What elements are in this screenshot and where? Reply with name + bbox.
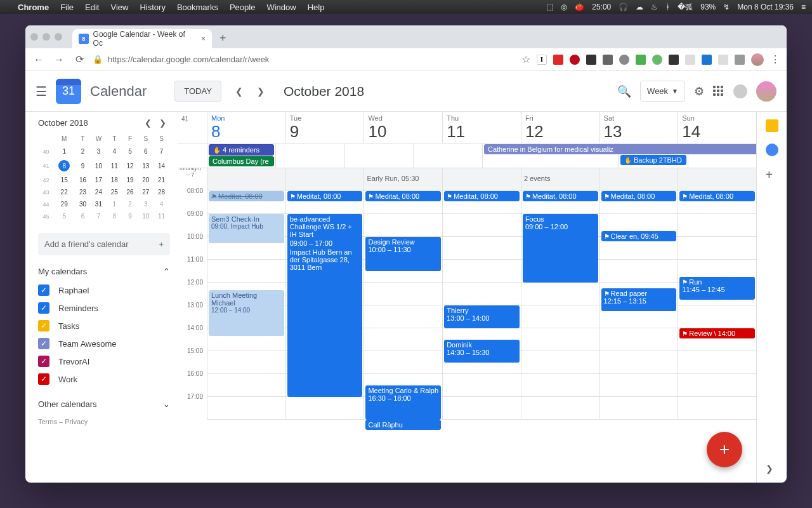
event-clear[interactable]: ⚑Clear en, 09:45 xyxy=(601,231,677,241)
calendar-item[interactable]: ✓ TrevorAI xyxy=(38,352,170,370)
calendar-checkbox[interactable]: ✓ xyxy=(38,302,49,314)
battery[interactable]: 93% xyxy=(700,3,716,11)
close-tab-icon[interactable]: × xyxy=(201,34,206,43)
backup-event[interactable]: ✋Backup 2TBHD xyxy=(620,155,686,165)
calendar-checkbox[interactable]: ✓ xyxy=(38,338,49,349)
event-wed-meditation[interactable]: ⚑Meditat, 08:00 xyxy=(365,191,441,201)
headphones-icon[interactable]: 🎧 xyxy=(619,3,628,11)
event-sat-meditation[interactable]: ⚑Meditat, 08:00 xyxy=(601,191,677,201)
allday-fri[interactable]: Catherine in Belgium for medical visuali… xyxy=(482,144,619,168)
calendar-checkbox[interactable]: ✓ xyxy=(38,284,49,296)
timer[interactable]: 25:00 xyxy=(592,3,611,11)
hamburger-icon[interactable]: ☰ xyxy=(36,84,47,99)
day-col-mon[interactable]: ⚑Meditat, 08:00 Sem3 Check-In09:00, Impa… xyxy=(207,168,285,420)
other-calendars-header[interactable]: Other calendars ⌄ xyxy=(38,399,170,409)
event-design-review[interactable]: Design Review10:00 – 11:30 xyxy=(365,237,441,271)
calendar-checkbox[interactable]: ✓ xyxy=(38,373,49,385)
addons-plus-icon[interactable]: + xyxy=(766,168,778,180)
menu-people[interactable]: People xyxy=(230,3,255,12)
view-selector[interactable]: Week ▼ xyxy=(640,81,685,102)
day-col-sun[interactable]: ⚑Meditat, 08:00 ⚑Run11:45 – 12:45 ⚑Revie… xyxy=(678,168,756,420)
clock[interactable]: Mon 8 Oct 19:36 xyxy=(737,3,794,11)
reminders-chip[interactable]: ✋4 reminders xyxy=(209,144,274,156)
flipboard-icon[interactable] xyxy=(553,55,563,65)
minical-next[interactable]: ❯ xyxy=(155,118,170,128)
forward-button[interactable]: → xyxy=(52,53,66,67)
keep-icon[interactable] xyxy=(766,119,778,132)
back-button[interactable]: ← xyxy=(32,53,46,67)
calendar-item[interactable]: ✓ Tasks xyxy=(38,317,170,335)
sync-icon[interactable] xyxy=(619,55,629,65)
footer-links[interactable]: Terms – Privacy xyxy=(38,418,170,425)
menu-help[interactable]: Help xyxy=(308,3,325,12)
url-field[interactable]: 🔒 https://calendar.google.com/calendar/r… xyxy=(93,55,515,64)
settings-gear-icon[interactable]: ⚙ xyxy=(694,84,704,98)
day-col-sat[interactable]: ⚑Meditat, 08:00 ⚑Clear en, 09:45 ⚑Read p… xyxy=(599,168,678,420)
day-header[interactable]: Wed10 xyxy=(363,112,442,143)
early-run[interactable]: Early Run, 05:30 xyxy=(367,175,419,182)
cloud-icon[interactable]: ☁ xyxy=(636,3,643,11)
today-button[interactable]: TODAY xyxy=(174,81,221,102)
day-header[interactable]: Tue9 xyxy=(285,112,364,143)
bookmark-star-icon[interactable]: ☆ xyxy=(521,53,530,65)
reload-button[interactable]: ⟳ xyxy=(72,53,86,67)
calendar-item[interactable]: ✓ Team Awesome xyxy=(38,335,170,352)
window-controls[interactable] xyxy=(30,33,62,41)
ext-icon-2[interactable] xyxy=(636,55,646,65)
event-focus[interactable]: Focus09:00 – 12:00 xyxy=(523,214,598,283)
allday-thu[interactable] xyxy=(413,144,481,168)
minical-month[interactable]: October 2018 xyxy=(38,118,88,128)
day-header[interactable]: Sat13 xyxy=(599,112,678,143)
dropbox-icon[interactable]: ⬚ xyxy=(546,3,553,11)
calendar-checkbox[interactable]: ✓ xyxy=(38,356,49,367)
day-header[interactable]: Mon8 xyxy=(207,112,285,143)
account-avatar[interactable] xyxy=(756,81,776,102)
event-dominik[interactable]: Dominik14:30 – 15:30 xyxy=(444,340,520,363)
camera-icon[interactable] xyxy=(603,55,613,65)
day-header[interactable]: Sun14 xyxy=(678,112,756,143)
ext-icon-d[interactable] xyxy=(702,55,712,65)
day-col-thu[interactable]: ⚑Meditat, 08:00 Thierry13:00 – 14:00 Dom… xyxy=(442,168,521,420)
menu-window[interactable]: Window xyxy=(266,3,296,12)
search-icon[interactable]: 🔍 xyxy=(617,84,631,98)
day-col-wed[interactable]: Early Run, 05:30 ⚑Meditat, 08:00 Design … xyxy=(363,168,442,420)
event-read-paper[interactable]: ⚑Read paper12:15 – 13:15 xyxy=(601,288,677,311)
catherine-event[interactable]: Catherine in Belgium for medical visuali… xyxy=(484,144,756,154)
ext-icon-4[interactable] xyxy=(685,55,695,65)
add-friend-calendar[interactable]: Add a friend's calendar + xyxy=(38,233,170,255)
event-thu-meditation[interactable]: ⚑Meditat, 08:00 xyxy=(444,191,520,201)
event-thierry[interactable]: Thierry13:00 – 14:00 xyxy=(444,305,520,328)
ext-icon-6[interactable] xyxy=(735,55,745,65)
menu-edit[interactable]: Edit xyxy=(85,3,99,12)
pinterest-icon[interactable] xyxy=(570,55,580,65)
browser-tab[interactable]: 8 Google Calendar - Week of Oc × xyxy=(72,29,212,48)
menu-extras-icon[interactable]: ≡ xyxy=(801,3,806,11)
event-sem3[interactable]: Sem3 Check-In09:00, Impact Hub xyxy=(209,214,284,243)
next-week-button[interactable]: ❯ xyxy=(252,83,270,100)
event-run[interactable]: ⚑Run11:45 – 12:45 xyxy=(679,277,755,300)
menubar-app[interactable]: Chrome xyxy=(18,3,49,12)
menu-file[interactable]: File xyxy=(60,3,74,12)
allday-mon[interactable]: ✋4 reminders Columbus Day (re xyxy=(207,144,275,168)
event-review[interactable]: ⚑Review \ 14:00 xyxy=(679,328,755,338)
flame-icon[interactable]: ♨ xyxy=(651,3,658,11)
day-col-tue[interactable]: ⚑Meditat, 08:00 be-advanced Challenge WS… xyxy=(285,168,364,420)
instapaper-icon[interactable]: I xyxy=(537,55,547,65)
ext-icon-3[interactable] xyxy=(652,55,662,65)
event-sun-meditation[interactable]: ⚑Meditat, 08:00 xyxy=(679,191,755,201)
google-apps-icon[interactable] xyxy=(713,86,724,97)
my-calendars-header[interactable]: My calendars ⌃ xyxy=(38,267,170,276)
event-fri-meditation[interactable]: ⚑Meditat, 08:00 xyxy=(523,191,598,201)
event-be-advanced[interactable]: be-advanced Challenge WS 1/2 + IH Start … xyxy=(287,214,363,397)
creative-cloud-icon[interactable]: ◎ xyxy=(561,3,567,11)
day-col-fri[interactable]: 2 events ⚑Meditat, 08:00 Focus09:00 – 12… xyxy=(521,168,599,420)
event-meeting-carlo[interactable]: Meeting Carlo & Ralph16:30 – 18:00 xyxy=(365,385,441,420)
day-header[interactable]: Fri12 xyxy=(521,112,599,143)
event-tue-meditation[interactable]: ⚑Meditat, 08:00 xyxy=(287,191,363,201)
prev-week-button[interactable]: ❮ xyxy=(230,83,248,100)
day-header[interactable]: Thu11 xyxy=(442,112,521,143)
tasks-icon[interactable] xyxy=(766,144,778,156)
profile-avatar[interactable] xyxy=(751,53,764,66)
wifi-icon[interactable]: �弧 xyxy=(678,2,693,13)
event-call-raphu[interactable]: Call Räphu xyxy=(365,420,441,430)
